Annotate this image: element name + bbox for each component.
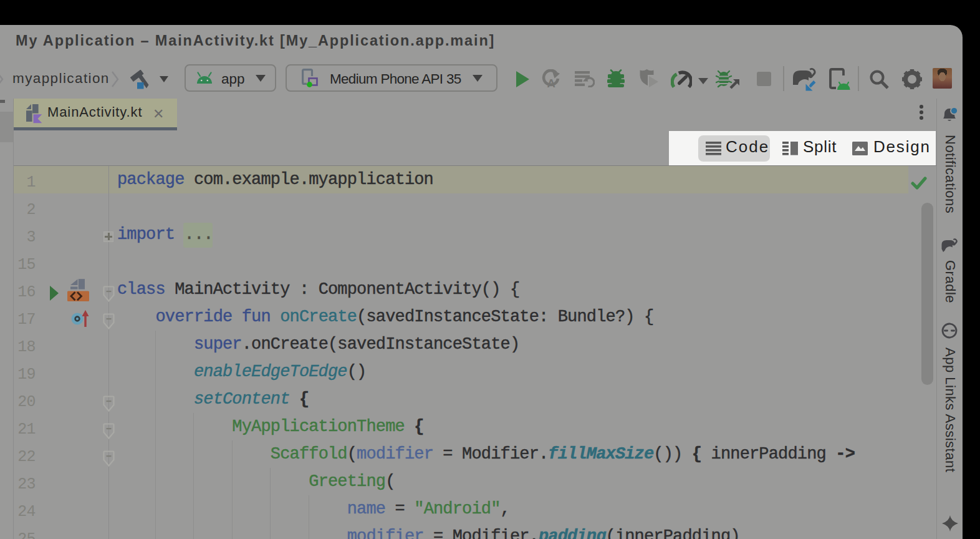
svg-text:A: A bbox=[547, 77, 555, 89]
